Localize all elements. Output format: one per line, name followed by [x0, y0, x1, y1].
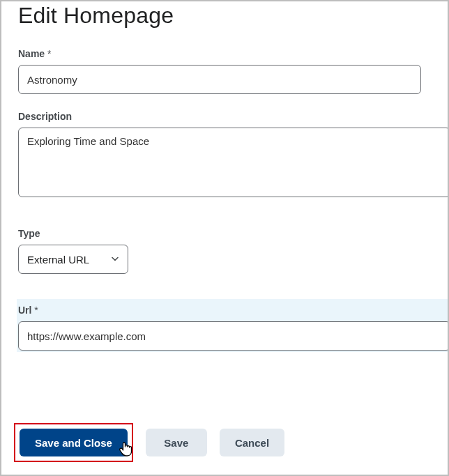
save-and-close-button[interactable]: Save and Close: [20, 429, 128, 456]
url-section: Url: [17, 299, 448, 352]
description-label: Description: [18, 111, 431, 122]
footer-actions: Save and Close Save Cancel: [14, 423, 284, 462]
type-select-value: External URL: [27, 254, 89, 266]
primary-action-highlight: Save and Close: [14, 423, 133, 462]
name-input[interactable]: [18, 65, 421, 94]
page-title: Edit Homepage: [18, 3, 431, 29]
url-label: Url: [18, 305, 448, 316]
chevron-down-icon: [111, 254, 119, 266]
edit-homepage-panel: Edit Homepage Name Description Type Exte…: [0, 0, 449, 476]
url-input[interactable]: [18, 321, 449, 351]
description-field-block: Description: [18, 111, 431, 200]
type-select[interactable]: External URL: [18, 245, 128, 274]
save-button[interactable]: Save: [146, 429, 207, 456]
name-label: Name: [18, 48, 431, 59]
description-input[interactable]: [18, 128, 449, 197]
cancel-button[interactable]: Cancel: [220, 429, 284, 456]
type-field-block: Type External URL: [18, 228, 431, 274]
name-field-block: Name: [18, 48, 431, 94]
type-label: Type: [18, 228, 431, 239]
